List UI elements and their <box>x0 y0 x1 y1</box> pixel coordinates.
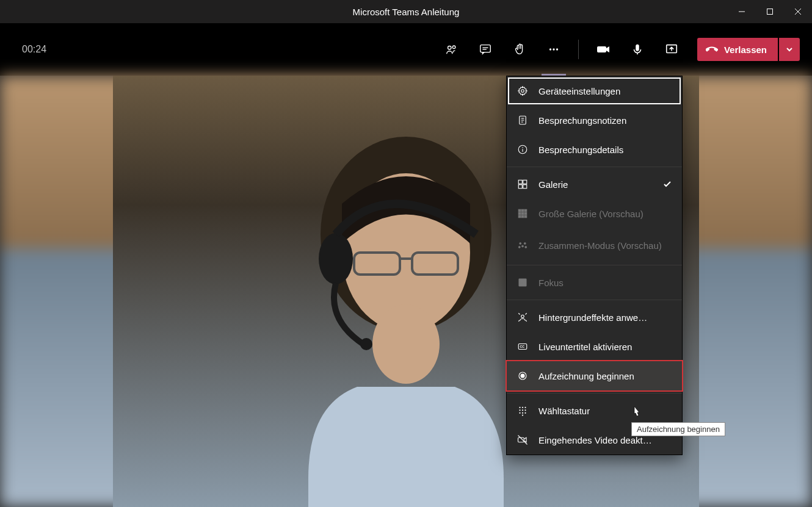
menu-separator <box>507 393 682 394</box>
toolbar-separator <box>578 40 579 59</box>
svg-point-49 <box>521 281 523 283</box>
maximize-button[interactable] <box>756 0 784 23</box>
menu-separator <box>507 167 682 167</box>
svg-point-62 <box>519 409 520 411</box>
svg-rect-38 <box>521 212 524 215</box>
close-button[interactable] <box>784 0 812 23</box>
svg-rect-31 <box>523 180 527 184</box>
menu-label: Zusammen-Modus (Vorschau) <box>538 240 672 251</box>
svg-point-9 <box>549 48 551 50</box>
svg-line-51 <box>518 313 520 314</box>
menu-label: Wähltastatur <box>538 406 672 416</box>
svg-point-66 <box>522 412 523 414</box>
focus-icon <box>517 276 529 289</box>
menu-focus: Fokus <box>507 268 682 297</box>
svg-point-21 <box>360 338 372 350</box>
minimize-button[interactable] <box>728 0 756 23</box>
svg-point-20 <box>319 233 353 284</box>
menu-large-gallery: Große Galerie (Vorschau) <box>507 199 682 228</box>
svg-rect-36 <box>524 209 527 212</box>
svg-line-53 <box>518 320 520 322</box>
svg-point-5 <box>452 46 455 49</box>
svg-point-59 <box>519 407 520 408</box>
svg-point-11 <box>556 48 558 50</box>
svg-point-10 <box>553 48 554 50</box>
camera-button[interactable] <box>586 35 620 64</box>
chat-button[interactable] <box>468 35 502 64</box>
hangup-icon <box>706 43 718 56</box>
menu-meeting-notes[interactable]: Besprechungsnotizen <box>507 106 682 135</box>
svg-point-65 <box>519 412 520 414</box>
window-title: Microsoft Teams Anleitung <box>353 7 460 17</box>
toolbar-icons <box>434 35 689 64</box>
svg-point-60 <box>522 407 523 408</box>
video-area <box>0 76 812 507</box>
titlebar: Microsoft Teams Anleitung <box>0 0 812 23</box>
menu-gallery[interactable]: Galerie <box>507 170 682 199</box>
dialpad-icon <box>517 405 529 417</box>
notes-icon <box>517 114 529 126</box>
video-off-icon <box>517 434 529 446</box>
menu-label: Geräteeinstellungen <box>538 86 672 96</box>
menu-label: Große Galerie (Vorschau) <box>538 209 672 219</box>
svg-point-68 <box>522 414 523 415</box>
menu-separator <box>507 300 682 300</box>
menu-label: Besprechungsdetails <box>538 145 672 155</box>
more-actions-button[interactable] <box>537 35 571 64</box>
large-gallery-icon <box>517 207 529 220</box>
svg-rect-32 <box>518 185 522 189</box>
raise-hand-button[interactable] <box>502 35 537 64</box>
gear-icon <box>517 85 529 97</box>
svg-point-50 <box>521 315 524 318</box>
more-actions-menu: Geräteeinstellungen Besprechungsnotizen … <box>506 76 683 455</box>
svg-point-43 <box>520 243 521 245</box>
menu-device-settings[interactable]: Geräteeinstellungen <box>507 76 682 106</box>
leave-button[interactable]: Verlassen <box>697 38 778 61</box>
window-controls <box>728 0 812 23</box>
svg-point-45 <box>522 245 524 247</box>
menu-start-recording[interactable]: Aufzeichnung beginnen <box>507 361 682 390</box>
menu-background-effects[interactable]: Hintergrundeffekte anwe… <box>507 303 682 332</box>
svg-rect-41 <box>521 215 524 218</box>
svg-point-4 <box>448 46 451 50</box>
leave-label: Verlassen <box>724 45 767 55</box>
chevron-down-icon <box>786 46 793 53</box>
svg-rect-40 <box>518 215 521 218</box>
menu-together-mode: Zusammen-Modus (Vorschau) <box>507 228 682 262</box>
svg-point-29 <box>522 147 523 148</box>
menu-label: Galerie <box>538 179 672 190</box>
svg-rect-6 <box>480 45 491 52</box>
toolbar: 00:24 Verlassen <box>0 23 812 76</box>
record-icon <box>517 370 529 382</box>
leave-dropdown-button[interactable] <box>779 38 800 61</box>
svg-point-61 <box>524 407 526 408</box>
menu-label: Fokus <box>538 278 672 288</box>
leave-container: Verlassen <box>697 38 800 61</box>
check-icon <box>662 179 672 189</box>
svg-point-47 <box>525 246 527 248</box>
svg-rect-12 <box>636 45 639 51</box>
menu-separator <box>507 265 682 265</box>
participants-button[interactable] <box>434 35 468 64</box>
svg-point-46 <box>518 246 520 248</box>
share-screen-button[interactable] <box>654 35 689 64</box>
svg-point-64 <box>524 409 526 411</box>
menu-dialpad[interactable]: Wähltastatur <box>507 396 682 425</box>
svg-rect-39 <box>524 212 527 215</box>
svg-rect-34 <box>518 209 521 212</box>
menu-label: Besprechungsnotizen <box>538 115 672 126</box>
svg-rect-35 <box>521 209 524 212</box>
tooltip: Aufzeichnung beginnen <box>631 422 725 436</box>
cc-icon: CC <box>517 340 529 353</box>
svg-text:CC: CC <box>520 345 525 348</box>
svg-rect-37 <box>518 212 521 215</box>
menu-label: Hintergrundeffekte anwe… <box>538 312 672 323</box>
menu-meeting-details[interactable]: Besprechungsdetails <box>507 135 682 164</box>
svg-point-44 <box>524 243 526 245</box>
menu-live-captions[interactable]: CC Liveuntertitel aktivieren <box>507 332 682 361</box>
microphone-button[interactable] <box>620 35 654 64</box>
gallery-icon <box>517 178 529 190</box>
svg-line-54 <box>526 320 527 322</box>
call-timer: 00:24 <box>22 44 46 55</box>
svg-point-63 <box>522 409 523 411</box>
